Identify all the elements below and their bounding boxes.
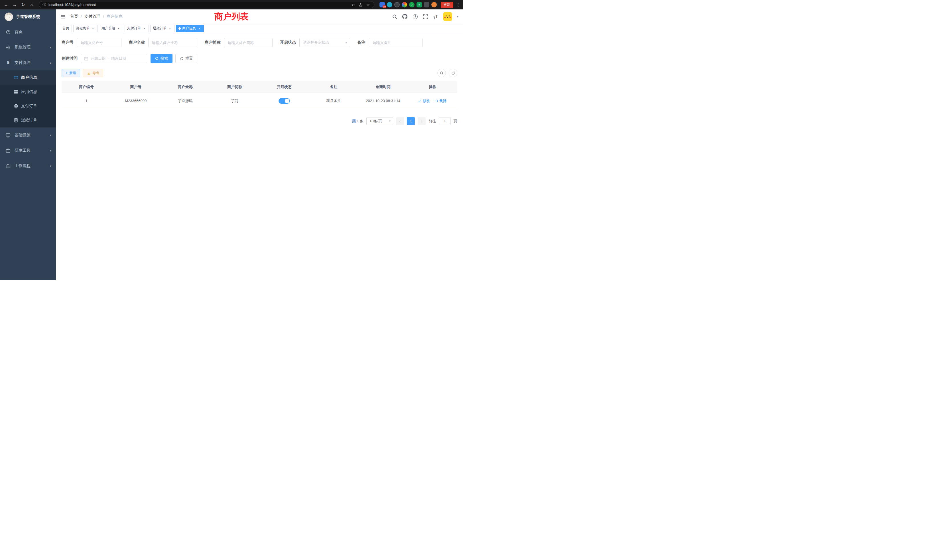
sidebar-logo[interactable]: 芋道管理系统 <box>0 9 56 24</box>
sidebar-item-pay-order[interactable]: 支付订单 <box>0 99 56 113</box>
sidebar-item-payment[interactable]: ¥ 支付管理 ▴ <box>0 55 56 70</box>
close-icon[interactable]: × <box>117 27 121 30</box>
cell-short-name: 芋艿 <box>210 93 260 109</box>
toolbar-right <box>437 69 457 77</box>
close-icon[interactable]: × <box>142 27 146 30</box>
toggle-search-button[interactable] <box>437 69 446 77</box>
back-icon[interactable]: ← <box>2 1 10 9</box>
extension-gray-icon[interactable] <box>394 2 400 8</box>
extensions-row: 10 ✓ ≡ <box>380 2 437 8</box>
search-icon[interactable] <box>392 14 398 20</box>
status-switch[interactable] <box>278 98 290 104</box>
extension-dark-puzzle-icon[interactable] <box>424 2 429 8</box>
cell-merchant-index: 1 <box>62 93 111 109</box>
home-icon[interactable]: ⌂ <box>28 1 35 9</box>
search-button[interactable]: 搜索 <box>151 54 172 63</box>
hamburger-icon[interactable] <box>56 9 70 24</box>
user-caret-icon[interactable]: ▾ <box>457 15 458 18</box>
sidebar-item-workflow[interactable]: 工作流程 ▾ <box>0 158 56 174</box>
extension-teal-icon[interactable] <box>387 2 392 8</box>
tab-user-group[interactable]: 用户分组 × <box>99 25 123 32</box>
merchant-name-input[interactable] <box>148 38 197 47</box>
sidebar-item-infrastructure[interactable]: 基础设施 ▾ <box>0 127 56 143</box>
cell-status <box>259 93 309 109</box>
chevron-down-icon: ▾ <box>345 41 347 44</box>
font-size-icon[interactable]: TT <box>433 14 439 20</box>
github-icon[interactable] <box>402 14 408 20</box>
navbar-right: ? TT ▾ <box>392 12 463 21</box>
merchant-short-input[interactable] <box>224 38 272 47</box>
goto-label: 前往 <box>428 119 436 124</box>
merchant-no-input[interactable] <box>77 38 121 47</box>
sidebar-item-refund-order[interactable]: 退款订单 <box>0 113 56 127</box>
page-unit-label: 页 <box>454 119 457 124</box>
edit-link[interactable]: 修改 <box>418 98 430 103</box>
button-label: 导出 <box>92 71 99 76</box>
sidebar-item-system[interactable]: 系统管理 ▾ <box>0 39 56 55</box>
extension-puzzle-icon[interactable]: 10 <box>380 2 385 8</box>
page-number-1[interactable]: 1 <box>407 117 415 125</box>
column-header: 商户编号 <box>62 81 111 93</box>
delete-link[interactable]: 删除 <box>435 98 447 103</box>
next-page-button[interactable]: › <box>418 117 426 125</box>
reset-button[interactable]: 重置 <box>176 54 197 63</box>
page-size-select[interactable]: 10条/页 ▾ <box>366 117 393 125</box>
close-icon[interactable]: × <box>168 27 172 30</box>
sidebar-item-devtools[interactable]: 研发工具 ▾ <box>0 143 56 158</box>
export-button[interactable]: 导出 <box>83 69 103 77</box>
status-select[interactable]: 请选择开启状态 ▾ <box>300 38 350 47</box>
pagination-total: 共 1 条 <box>352 119 363 124</box>
remark-input[interactable] <box>369 38 422 47</box>
extension-badge: 10 <box>383 5 386 8</box>
address-bar[interactable]: ⓘ localhost:1024/pay/merchant ☆ <box>39 1 374 8</box>
password-key-icon[interactable] <box>351 2 356 8</box>
browser-menu-icon[interactable]: ⋮ <box>455 2 461 8</box>
sidebar: 芋道管理系统 首页 系统管理 ▾ ¥ 支付管理 ▴ <box>0 9 56 280</box>
sidebar-item-home[interactable]: 首页 <box>0 24 56 39</box>
reload-icon[interactable]: ↻ <box>20 1 27 9</box>
tab-label: 支付订单 <box>127 26 141 31</box>
fullscreen-icon[interactable] <box>422 14 428 20</box>
extension-green-check-icon[interactable]: ✓ <box>409 2 415 8</box>
logo-avatar <box>5 12 13 21</box>
chevron-down-icon: ▾ <box>50 164 51 168</box>
sidebar-item-merchant-info[interactable]: 商户信息 <box>0 70 56 85</box>
help-icon[interactable]: ? <box>412 14 418 20</box>
sidebar-item-app-info[interactable]: 应用信息 <box>0 85 56 99</box>
select-placeholder: 请选择开启状态 <box>303 40 329 45</box>
date-range-picker[interactable]: 开始日期 - 结束日期 <box>81 54 147 63</box>
sidebar-item-label: 应用信息 <box>21 89 37 94</box>
extension-colorful-icon[interactable] <box>402 2 407 8</box>
tab-refund-order[interactable]: 退款订单 × <box>150 25 174 32</box>
tab-process-form[interactable]: 流程表单 × <box>73 25 97 32</box>
goto-page-input[interactable] <box>439 117 451 125</box>
sidebar-item-label: 退款订单 <box>21 118 37 123</box>
tab-label: 首页 <box>62 26 69 31</box>
chevron-down-icon: ▾ <box>389 119 390 123</box>
tab-pay-order[interactable]: 支付订单 × <box>125 25 149 32</box>
pagination: 共 1 条 10条/页 ▾ ‹ 1 › 前往 页 <box>62 117 457 125</box>
breadcrumb: 首页 / 支付管理 / 商户信息 <box>70 14 123 19</box>
forward-icon[interactable]: → <box>11 1 18 9</box>
tab-home[interactable]: 首页 <box>60 25 72 32</box>
tab-merchant-info[interactable]: 商户信息 × <box>176 25 204 32</box>
refresh-icon <box>451 71 455 75</box>
site-info-icon[interactable]: ⓘ <box>42 2 46 8</box>
share-icon[interactable] <box>358 2 363 8</box>
user-avatar[interactable] <box>443 12 452 21</box>
refresh-table-button[interactable] <box>449 69 457 77</box>
chevron-up-icon: ▴ <box>50 61 51 65</box>
close-icon[interactable]: × <box>197 27 201 30</box>
breadcrumb-payment[interactable]: 支付管理 <box>85 14 100 19</box>
browser-update-button[interactable]: 更新 <box>441 2 453 8</box>
extension-doc-icon[interactable]: ≡ <box>416 2 422 8</box>
bookmark-star-icon[interactable]: ☆ <box>366 2 371 8</box>
close-icon[interactable]: × <box>91 27 95 30</box>
add-button[interactable]: + 新增 <box>62 69 80 77</box>
tags-view: 首页 流程表单 × 用户分组 × 支付订单 × 退款订单 × <box>56 24 463 33</box>
breadcrumb-home[interactable]: 首页 <box>70 14 78 19</box>
browser-profile-avatar[interactable] <box>431 2 437 8</box>
download-icon <box>87 71 91 75</box>
trash-icon <box>435 99 439 103</box>
prev-page-button[interactable]: ‹ <box>396 117 404 125</box>
